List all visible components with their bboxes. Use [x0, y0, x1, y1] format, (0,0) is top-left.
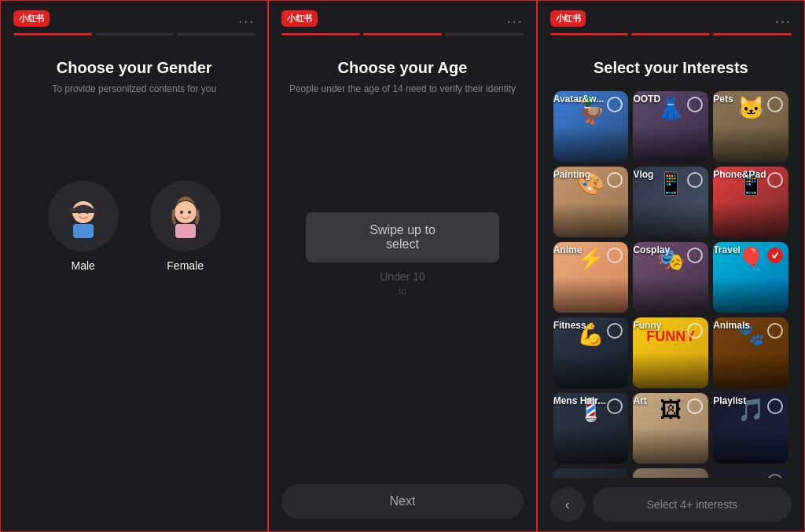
interest-check-partial3: [767, 474, 783, 478]
interest-label-playlist: Playlist: [713, 395, 746, 406]
progress-2: [95, 33, 174, 35]
svg-point-9: [175, 201, 197, 223]
age-title: Choose your Age: [338, 59, 468, 77]
female-label: Female: [167, 259, 204, 272]
select-interests-button[interactable]: Select 4+ interests: [593, 487, 792, 522]
interest-check-cosplay: [687, 248, 703, 263]
interest-art[interactable]: 🖼 Art: [633, 393, 708, 464]
interest-check-fitness: [607, 323, 623, 339]
interest-funny[interactable]: FUNNY Funny: [633, 317, 708, 388]
interests-menu-dots[interactable]: ...: [775, 10, 792, 27]
age-progress-3: [445, 33, 524, 35]
age-to: to: [399, 286, 406, 297]
interest-check-vlog: [687, 172, 703, 188]
svg-rect-8: [175, 224, 196, 238]
interest-label-travel: Travel: [713, 244, 741, 255]
menu-dots[interactable]: ...: [238, 10, 255, 27]
logo-text: 小红书: [19, 13, 44, 24]
age-subtitle: People under the age of 14 need to verif…: [289, 83, 516, 94]
interest-label-animals: Animals: [713, 320, 750, 331]
logo-badge: 小红书: [13, 10, 50, 27]
svg-point-11: [188, 211, 191, 214]
svg-rect-1: [73, 224, 94, 238]
logo-badge-interests: 小红书: [550, 10, 586, 27]
age-selector[interactable]: Swipe up to select Under 10 to: [281, 212, 523, 297]
interest-menshair[interactable]: 💈 Mens Hair...: [553, 393, 629, 464]
interest-anime[interactable]: ⚡ Anime: [553, 242, 629, 313]
interest-check-funny: [687, 323, 703, 339]
interests-title: Select your Interests: [553, 59, 788, 77]
interest-avatar[interactable]: 🦆 Avatar&w...: [553, 91, 629, 162]
svg-point-6: [86, 211, 89, 214]
interest-phonepad[interactable]: 📱 Phone&Pad: [713, 167, 788, 237]
interest-painting[interactable]: 🎨 Painting: [553, 167, 629, 237]
panel-gender: 小红书 ... Choose your Gender To provide pe…: [0, 0, 268, 532]
progress-bar: [1, 33, 267, 43]
interest-fitness[interactable]: 💪 Fitness: [553, 317, 629, 388]
interests-title-area: Select your Interests: [550, 59, 792, 91]
interest-partial-3[interactable]: [713, 468, 788, 478]
interest-check-art: [687, 398, 703, 414]
male-label: Male: [71, 259, 94, 272]
interest-cosplay[interactable]: 🎭 Cosplay: [633, 242, 708, 313]
interest-travel[interactable]: 🎈 Travel: [713, 242, 788, 313]
interest-check-phonepad: [767, 172, 783, 188]
interest-pets[interactable]: 🐱 Pets: [713, 91, 788, 162]
interest-check-avatar: [607, 97, 623, 112]
gender-female[interactable]: Female: [150, 181, 221, 272]
age-content: Choose your Age People under the age of …: [269, 43, 535, 471]
progress-3: [177, 33, 255, 35]
interest-label-vlog: Vlog: [633, 169, 653, 180]
interest-partial-1[interactable]: [553, 468, 629, 478]
interest-check-animals: [767, 323, 783, 339]
interest-label-painting: Painting: [553, 169, 590, 180]
age-under: Under 10: [380, 270, 425, 283]
svg-rect-4: [69, 208, 77, 211]
age-progress-1: [281, 33, 360, 35]
interests-progress-bar: [538, 33, 804, 43]
interests-content: Select your Interests 🦆 Avatar&w... 👗 OO…: [538, 43, 804, 478]
gender-content: Choose your Gender To provide personilze…: [1, 43, 267, 531]
female-avatar: [150, 181, 221, 251]
interest-label-funny: Funny: [633, 320, 661, 331]
interest-check-menshair: [607, 398, 623, 414]
next-button[interactable]: Next: [281, 484, 523, 519]
interest-label-ootd: OOTD: [633, 94, 660, 105]
gender-male[interactable]: Male: [48, 181, 119, 272]
interest-vlog[interactable]: 📱 Vlog: [633, 167, 708, 237]
male-avatar: [48, 181, 119, 251]
panel-age: 小红书 ... Choose your Age People under the…: [268, 0, 536, 532]
logo-text-age: 小红书: [287, 13, 312, 24]
interest-label-avatar: Avatar&w...: [553, 94, 604, 105]
progress-1: [13, 33, 92, 35]
interest-animals[interactable]: 🐾 Animals: [713, 317, 788, 388]
logo-text-interests: 小红书: [556, 13, 581, 24]
interest-check-travel: [767, 248, 783, 263]
gender-options: Male: [48, 181, 221, 272]
header-gender: 小红书 ...: [1, 1, 267, 33]
svg-point-10: [180, 211, 183, 214]
swipe-box[interactable]: Swipe up to select: [306, 212, 499, 262]
interest-label-phonepad: Phone&Pad: [713, 169, 766, 180]
age-footer: Next: [269, 471, 535, 531]
interest-check-anime: [607, 248, 623, 263]
interest-playlist[interactable]: 🎵 Playlist: [713, 393, 788, 464]
age-menu-dots[interactable]: ...: [507, 10, 524, 27]
int-progress-2: [631, 33, 710, 35]
interest-label-pets: Pets: [713, 94, 733, 105]
interest-label-fitness: Fitness: [553, 320, 586, 331]
gender-title: Choose your Gender: [57, 59, 212, 77]
interest-check-ootd: [687, 97, 703, 112]
interest-check-pets: [767, 97, 783, 112]
interest-label-art: Art: [633, 395, 646, 406]
svg-point-12: [177, 213, 182, 218]
int-progress-3: [713, 33, 792, 35]
interest-partial-2[interactable]: [633, 468, 708, 478]
interest-ootd[interactable]: 👗 OOTD: [633, 91, 708, 162]
panel-interests: 小红书 ... Select your Interests 🦆 Avatar&w…: [537, 0, 805, 532]
back-button-interests[interactable]: ‹: [550, 487, 585, 522]
header-interests: 小红书 ...: [538, 1, 804, 33]
svg-point-13: [189, 213, 194, 218]
interest-label-cosplay: Cosplay: [633, 244, 670, 255]
int-progress-1: [550, 33, 629, 35]
